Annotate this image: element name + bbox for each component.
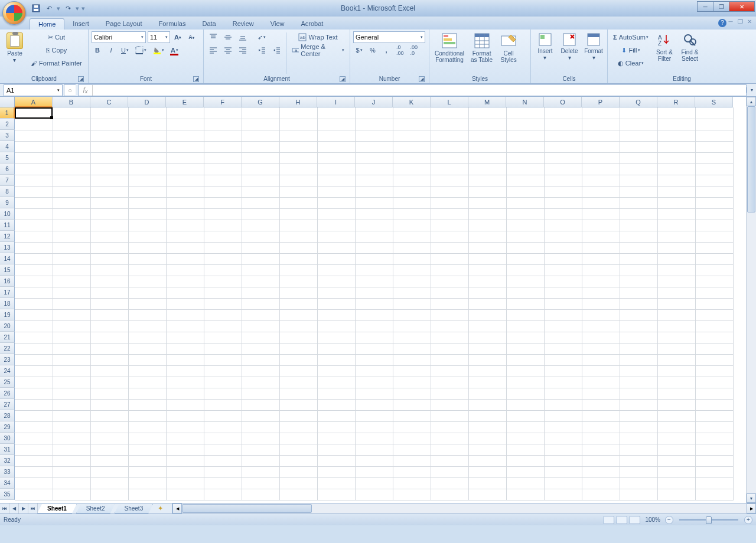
cell[interactable] [355, 287, 393, 298]
cell[interactable] [317, 309, 355, 320]
conditional-formatting-button[interactable]: Conditional Formatting [432, 31, 467, 75]
cell[interactable] [90, 354, 128, 365]
cell[interactable] [544, 354, 582, 365]
cell[interactable] [468, 197, 506, 208]
cell[interactable] [468, 489, 506, 500]
cell[interactable] [355, 119, 393, 130]
cell[interactable] [53, 466, 90, 477]
cell[interactable] [242, 309, 279, 320]
cell[interactable] [468, 152, 506, 163]
row-header[interactable]: 30 [0, 433, 15, 444]
name-box[interactable]: A1▾ [4, 84, 63, 96]
cell[interactable] [317, 410, 355, 421]
first-sheet-icon[interactable]: ⏮ [0, 503, 9, 513]
decrease-decimal-button[interactable]: .00.0 [408, 44, 421, 56]
redo-icon[interactable]: ↷ [63, 3, 73, 14]
cell[interactable] [15, 477, 53, 489]
cell[interactable] [582, 410, 620, 421]
cell[interactable] [620, 332, 657, 343]
cell[interactable] [582, 455, 620, 466]
cut-button[interactable]: ✂ Cut [28, 31, 84, 43]
zoom-out-icon[interactable]: − [665, 516, 673, 524]
cell[interactable] [393, 175, 431, 186]
cell[interactable] [620, 298, 657, 309]
cell[interactable] [128, 455, 166, 466]
cell[interactable] [582, 354, 620, 365]
cell[interactable] [393, 197, 431, 208]
cell[interactable] [166, 320, 204, 332]
cell[interactable] [166, 152, 204, 163]
cell[interactable] [279, 377, 317, 388]
cell[interactable] [90, 242, 128, 253]
cell[interactable] [279, 421, 317, 433]
align-center-button[interactable] [221, 44, 234, 56]
cell[interactable] [431, 388, 468, 399]
cell[interactable] [15, 410, 53, 421]
cell[interactable] [544, 455, 582, 466]
cell[interactable] [355, 421, 393, 433]
cell[interactable] [317, 130, 355, 141]
cell[interactable] [204, 119, 242, 130]
cell[interactable] [317, 320, 355, 332]
cell[interactable] [468, 186, 506, 197]
cell[interactable] [695, 130, 733, 141]
paste-button[interactable]: Paste▾ [3, 31, 27, 75]
cell[interactable] [355, 186, 393, 197]
cell[interactable] [620, 208, 657, 220]
cell[interactable] [15, 320, 53, 332]
cell[interactable] [582, 332, 620, 343]
cell[interactable] [355, 107, 393, 119]
cell[interactable] [657, 130, 695, 141]
cell[interactable] [544, 130, 582, 141]
cell[interactable] [393, 242, 431, 253]
cell[interactable] [355, 399, 393, 410]
cell[interactable] [204, 264, 242, 276]
cell[interactable] [279, 163, 317, 175]
cell[interactable] [657, 141, 695, 152]
cell[interactable] [393, 433, 431, 444]
cell[interactable] [90, 477, 128, 489]
cell[interactable] [204, 466, 242, 477]
cell[interactable] [128, 399, 166, 410]
cell[interactable] [166, 455, 204, 466]
cell[interactable] [15, 421, 53, 433]
row-header[interactable]: 5 [0, 152, 15, 163]
prev-sheet-icon[interactable]: ◀ [9, 503, 19, 513]
cell[interactable] [355, 388, 393, 399]
cell[interactable] [431, 186, 468, 197]
cell[interactable] [279, 354, 317, 365]
cell[interactable] [431, 231, 468, 242]
cell[interactable] [53, 276, 90, 287]
cell[interactable] [90, 107, 128, 119]
cell[interactable] [128, 365, 166, 377]
cell[interactable] [620, 119, 657, 130]
mdi-close-icon[interactable]: ✕ [745, 18, 754, 25]
cell[interactable] [468, 343, 506, 354]
cell[interactable] [657, 466, 695, 477]
cell[interactable] [128, 186, 166, 197]
cell[interactable] [53, 354, 90, 365]
cell[interactable] [204, 399, 242, 410]
cell[interactable] [90, 320, 128, 332]
cell[interactable] [582, 276, 620, 287]
increase-indent-button[interactable] [270, 44, 283, 56]
maximize-button[interactable]: ❐ [713, 1, 729, 12]
qat-customize-icon[interactable]: ▾ [82, 3, 85, 14]
vscroll-thumb[interactable] [747, 106, 755, 212]
new-sheet-icon[interactable]: ✦ [153, 503, 167, 513]
row-header[interactable]: 14 [0, 253, 15, 264]
cell[interactable] [544, 163, 582, 175]
cell[interactable] [695, 231, 733, 242]
column-header[interactable]: E [166, 97, 204, 107]
tab-review[interactable]: Review [224, 18, 262, 30]
cell[interactable] [15, 107, 53, 119]
cell[interactable] [128, 208, 166, 220]
orientation-button[interactable]: ➶▾ [255, 31, 268, 43]
cell[interactable] [166, 298, 204, 309]
cell[interactable] [582, 119, 620, 130]
cell[interactable] [242, 163, 279, 175]
cell[interactable] [90, 444, 128, 455]
cell[interactable] [242, 231, 279, 242]
vertical-scrollbar[interactable]: ▲ ▼ [746, 97, 756, 503]
cell[interactable] [279, 220, 317, 231]
